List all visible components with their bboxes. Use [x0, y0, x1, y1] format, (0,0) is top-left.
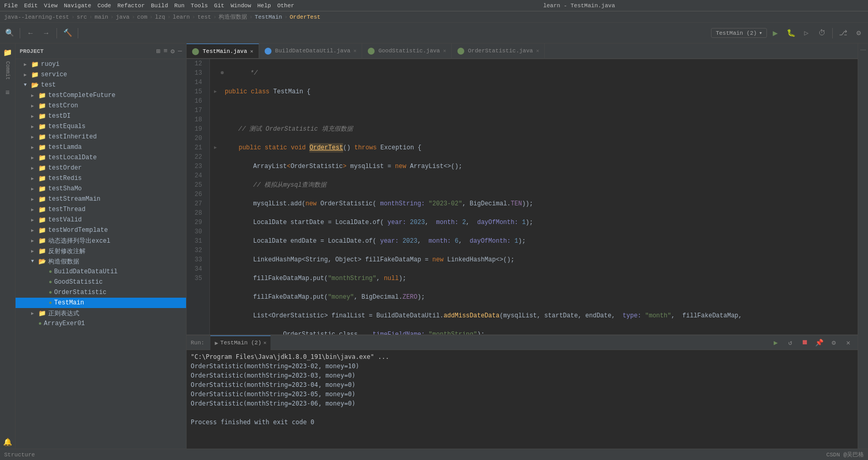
tree-item-testWordTemplate[interactable]: ▶ 📁 testWordTemplate	[16, 225, 186, 235]
tree-item-testLocalDate[interactable]: ▶ 📁 testLocalDate	[16, 152, 186, 163]
breadcrumb-item[interactable]: main	[94, 14, 108, 20]
tab-close-button[interactable]: ✕	[250, 48, 253, 54]
tree-item-regex[interactable]: ▶ 📁 正则表达式	[16, 308, 186, 318]
tree-item-reflect[interactable]: ▶ 📁 反射修改注解	[16, 246, 186, 256]
tree-item-testStreamMain[interactable]: ▶ 📁 testStreamMain	[16, 194, 186, 204]
tree-item-testInherited[interactable]: ▶ 📁 testInherited	[16, 132, 186, 142]
profile-button[interactable]: ⏱	[815, 26, 829, 40]
run-config-selector[interactable]: TestMain (2) ▾	[711, 28, 767, 38]
tree-item-service[interactable]: ▶ 📁 service	[16, 69, 186, 80]
tab-TestMain[interactable]: ⬤ TestMain.java ✕	[187, 44, 259, 58]
menu-refactor[interactable]: Refactor	[117, 3, 145, 9]
arrow-icon: ▶	[31, 311, 38, 316]
breadcrumb-item[interactable]: java--learning-test	[4, 14, 69, 20]
run-tab[interactable]: ▶ TestMain (2) ✕	[210, 336, 271, 350]
menu-help[interactable]: Help	[258, 3, 271, 9]
tree-item-testShaMo[interactable]: ▶ 📁 testShaMo	[16, 184, 186, 194]
breadcrumb-item[interactable]: test	[197, 14, 211, 20]
sidebar-icon-sort[interactable]: ≡	[164, 47, 168, 55]
breadcrumb-item[interactable]: OrderTest	[290, 14, 320, 20]
tree-item-TestMain[interactable]: ● TestMain	[16, 298, 186, 308]
menu-build[interactable]: Build	[151, 3, 168, 9]
toolbar-search-everywhere[interactable]: 🔍	[2, 26, 17, 40]
commit-icon[interactable]: Commit	[4, 60, 11, 81]
java-file-icon: ●	[49, 269, 52, 275]
tab-close-button[interactable]: ✕	[353, 48, 357, 54]
run-start-button[interactable]: ▶	[771, 338, 781, 348]
menu-run[interactable]: Run	[174, 3, 184, 9]
breadcrumb-item[interactable]: lzq	[155, 14, 165, 20]
toolbar-build[interactable]: 🔨	[60, 26, 75, 40]
menu-tools[interactable]: Tools	[191, 3, 208, 9]
tree-item-testCron[interactable]: ▶ 📁 testCron	[16, 101, 186, 111]
tree-item-BuildDateDataUtil[interactable]: ● BuildDateDataUtil	[16, 267, 186, 277]
tree-item-ArrayExer01[interactable]: ● ArrayExer01	[16, 318, 186, 329]
tree-item-test[interactable]: ▼ 📂 test	[16, 80, 186, 90]
tab-BuildDateDataUtil[interactable]: ⬤ BuildDateDataUtil.java ✕	[259, 44, 362, 58]
menu-navigate[interactable]: Navigate	[64, 3, 91, 9]
notifications-icon[interactable]: 🔔	[1, 435, 15, 449]
menu-code[interactable]: Code	[97, 3, 111, 9]
breadcrumb-item[interactable]: java	[116, 14, 129, 20]
breadcrumb-item[interactable]: TestMain	[255, 14, 282, 20]
tree-item-testDI[interactable]: ▶ 📁 testDI	[16, 111, 186, 121]
tab-label: BuildDateDataUtil.java	[275, 48, 350, 54]
tree-item-testValid[interactable]: ▶ 📁 testValid	[16, 215, 186, 225]
arrow-icon: ▼	[24, 82, 31, 88]
menu-view[interactable]: View	[44, 3, 58, 9]
tree-item-OrderStatistic[interactable]: ● OrderStatistic	[16, 287, 186, 298]
breadcrumb-item[interactable]: com	[137, 14, 147, 20]
sidebar-icon-collapse[interactable]: —	[178, 47, 182, 55]
tree-label: ArrayExer01	[44, 320, 85, 327]
run-tab-close[interactable]: ✕	[263, 340, 266, 346]
run-button[interactable]: ▶	[768, 26, 782, 40]
tab-close-button[interactable]: ✕	[443, 48, 446, 54]
tree-item-testRedis[interactable]: ▶ 📁 testRedis	[16, 173, 186, 184]
code-editor[interactable]: 12 13 14 15 16 17 18 19 20 21 22 23 24 2…	[187, 59, 858, 334]
breadcrumb-item[interactable]: learn	[173, 14, 190, 20]
breadcrumb-item[interactable]: src	[77, 14, 87, 20]
menu-file[interactable]: File	[4, 3, 18, 9]
tree-label: test	[41, 81, 56, 89]
tab-OrderStatistic[interactable]: ⬤ OrderStatistic.java ✕	[452, 44, 545, 58]
tree-item-testEquals[interactable]: ▶ 📁 testEquals	[16, 121, 186, 132]
arrow-icon: ▶	[31, 124, 38, 130]
tab-close-button[interactable]: ✕	[536, 48, 539, 54]
tree-item-fake-data-folder[interactable]: ▼ 📂 构造假数据	[16, 256, 186, 267]
tree-item-GoodStatistic[interactable]: ● GoodStatistic	[16, 277, 186, 287]
menu-git[interactable]: Git	[214, 3, 224, 9]
vcs-button[interactable]: ⎇	[836, 26, 850, 40]
tree-item-ruoyi[interactable]: ▶ 📁 ruoyi	[16, 59, 186, 69]
run-close-panel[interactable]: ✕	[843, 338, 853, 348]
run-pin-button[interactable]: 📌	[814, 338, 824, 348]
run-stop-button[interactable]: ⏹	[800, 338, 810, 348]
toolbar-back[interactable]: ←	[23, 26, 38, 40]
code-content[interactable]: ⏺ */ ▶ public class TestMain { // 测试 Ord…	[210, 59, 858, 334]
run-settings-button[interactable]: ⚙	[829, 338, 839, 348]
structure-icon[interactable]: ≡	[1, 86, 15, 100]
sidebar-icon-filter[interactable]: ⚙	[170, 47, 175, 55]
tree-item-excel[interactable]: ▶ 📁 动态选择列导出excel	[16, 235, 186, 246]
arrow-icon: ▶	[31, 103, 38, 109]
project-view-icon[interactable]: 📁	[1, 46, 15, 59]
tree-item-testLamda[interactable]: ▶ 📁 testLamda	[16, 142, 186, 152]
menu-edit[interactable]: Edit	[24, 3, 37, 9]
toolbar-forward[interactable]: →	[39, 26, 53, 40]
menu-bar[interactable]: File Edit View Navigate Code Refactor Bu…	[4, 3, 294, 9]
tree-label: testLocalDate	[48, 154, 97, 161]
debug-button[interactable]: 🐛	[784, 26, 798, 40]
tree-item-testCompleteFuture[interactable]: ▶ 📁 testCompleteFuture	[16, 90, 186, 101]
settings-button[interactable]: ⚙	[851, 26, 866, 40]
right-bar-icon[interactable]: │	[859, 46, 867, 54]
tree-item-testOrder[interactable]: ▶ 📁 testOrder	[16, 163, 186, 173]
menu-other[interactable]: Other	[277, 3, 294, 9]
tab-icon: ⬤	[367, 47, 375, 55]
menu-window[interactable]: Window	[231, 3, 251, 9]
breadcrumb-item[interactable]: 构造假数据	[219, 13, 247, 21]
status-structure[interactable]: Structure	[4, 452, 35, 458]
run-with-coverage[interactable]: ▷	[799, 26, 814, 40]
sidebar-icon-layout[interactable]: ⊞	[156, 47, 161, 55]
run-rerun-button[interactable]: ↺	[785, 338, 795, 348]
tab-GoodStatistic[interactable]: ⬤ GoodStatistic.java ✕	[362, 44, 452, 58]
tree-item-testThread[interactable]: ▶ 📁 testThread	[16, 204, 186, 215]
